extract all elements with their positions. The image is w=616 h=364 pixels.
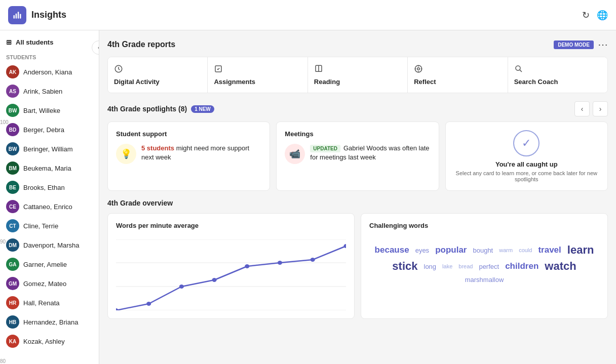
nav-tab-label: Reading (314, 78, 340, 86)
svg-line-9 (520, 70, 522, 72)
nav-tab-assignments[interactable]: Assignments (208, 57, 307, 93)
student-support-text: 5 students might need more support next … (141, 144, 261, 162)
sidebar-item-student[interactable]: KA Kozak, Ashley (0, 332, 99, 351)
topbar-actions: ↻ 🌐 (582, 10, 608, 21)
demo-mode-badge: DEMO MODE (554, 41, 594, 49)
svg-rect-2 (18, 12, 19, 18)
nav-tab-label: Digital Activity (114, 78, 160, 86)
sidebar-item-student[interactable]: BD Berger, Debra (0, 120, 99, 139)
more-options-button[interactable]: ⋯ (598, 38, 608, 51)
challenging-word[interactable]: children (505, 261, 538, 271)
meetings-card[interactable]: Meetings 📹 UPDATEDGabriel Woods was ofte… (276, 122, 439, 191)
meetings-body: 📹 UPDATEDGabriel Woods was often late fo… (285, 144, 430, 164)
spotlight-prev-button[interactable]: ‹ (574, 101, 590, 116)
nav-tab-label: Search Coach (514, 78, 558, 86)
caught-up-title: You're all caught up (495, 160, 558, 168)
app-logo (8, 6, 26, 24)
challenging-word[interactable]: perfect (479, 263, 499, 270)
topbar: Insights ↻ 🌐 (0, 0, 616, 30)
student-name: Garner, Amelie (23, 261, 67, 268)
challenging-word[interactable]: travel (538, 245, 561, 255)
wpm-card: Words per minute average 110 100 90 80 (107, 213, 355, 319)
reports-title: 4th Grade reports (107, 40, 175, 49)
student-name: Beringer, William (23, 145, 73, 153)
nav-tab-reflect[interactable]: Reflect (408, 57, 508, 93)
sidebar-item-student[interactable]: BW Bart, Willeke (0, 101, 99, 120)
main-content: 4th Grade reports DEMO MODE ⋯ Digital Ac… (99, 30, 616, 364)
search-coach-icon (514, 64, 523, 76)
word-cloud: becauseeyespopularboughtwarmcouldtravell… (369, 235, 599, 292)
student-name: Anderson, Kiana (23, 68, 72, 76)
challenging-word[interactable]: popular (435, 245, 467, 255)
meetings-text: UPDATEDGabriel Woods was often late for … (310, 144, 430, 162)
student-support-body: 💡 5 students might need more support nex… (116, 144, 261, 164)
wpm-title: Words per minute average (116, 222, 346, 229)
challenging-word[interactable]: learn (567, 244, 594, 257)
challenging-word[interactable]: warm (499, 247, 513, 253)
student-name: Brooks, Ethan (23, 184, 65, 191)
sidebar-item-student[interactable]: HR Hall, Renata (0, 293, 99, 312)
student-support-title: Student support (116, 130, 261, 138)
video-icon: 📹 (285, 144, 305, 164)
globe-icon[interactable]: 🌐 (597, 10, 608, 21)
svg-rect-0 (14, 15, 15, 19)
sidebar-item-student[interactable]: BW Beringer, William (0, 139, 99, 158)
nav-tab-search-coach[interactable]: Search Coach (508, 57, 607, 93)
svg-point-7 (417, 68, 420, 70)
nav-tab-digital-activity[interactable]: Digital Activity (108, 57, 208, 93)
student-name: Gomez, Mateo (23, 280, 66, 288)
all-students-item[interactable]: ⊞ All students (0, 34, 99, 50)
sidebar-item-student[interactable]: CT Cline, Terrie (0, 216, 99, 235)
svg-point-15 (146, 302, 151, 306)
svg-point-19 (278, 261, 282, 265)
sidebar-item-student[interactable]: AS Arink, Sabien (0, 82, 99, 101)
challenging-word[interactable]: lake (442, 263, 452, 269)
svg-point-17 (212, 278, 217, 282)
nav-tabs: Digital Activity Assignments Reading Ref… (107, 57, 608, 93)
student-name: Berger, Debra (23, 126, 64, 134)
sidebar-item-student[interactable]: HB Hernandez, Briana (0, 312, 99, 332)
challenging-word[interactable]: stick (392, 260, 417, 273)
reports-header-actions: DEMO MODE ⋯ (554, 38, 608, 51)
svg-point-16 (179, 285, 184, 289)
overview-cards: Words per minute average 110 100 90 80 (107, 213, 608, 319)
sidebar-item-student[interactable]: CE Cattaneo, Enrico (0, 197, 99, 216)
sidebar-item-student[interactable]: AK Anderson, Kiana (0, 62, 99, 82)
student-name: Cline, Terrie (23, 222, 58, 230)
reports-header: 4th Grade reports DEMO MODE ⋯ (107, 38, 608, 51)
updated-badge: UPDATED (310, 145, 340, 152)
student-name: Davenport, Marsha (23, 241, 80, 249)
sidebar-item-student[interactable]: BE Brooks, Ethan (0, 178, 99, 197)
student-name: Kozak, Ashley (23, 338, 65, 345)
sidebar: ‹ ⊞ All students Students AK Anderson, K… (0, 30, 99, 364)
reflect-icon (414, 64, 423, 76)
challenging-word[interactable]: could (519, 247, 532, 253)
spotlight-nav: ‹ › (574, 101, 608, 116)
insights-icon (12, 10, 22, 20)
spotlight-next-button[interactable]: › (593, 101, 608, 116)
student-support-card[interactable]: Student support 💡 5 students might need … (107, 122, 270, 191)
refresh-icon[interactable]: ↻ (582, 10, 590, 21)
meetings-title: Meetings (285, 130, 430, 138)
all-students-label: All students (16, 38, 53, 46)
challenging-word[interactable]: long (424, 263, 437, 270)
challenging-word[interactable]: bread (458, 263, 473, 269)
challenging-word[interactable]: marshmallow (465, 276, 504, 284)
svg-point-14 (116, 308, 119, 310)
svg-point-8 (516, 66, 520, 70)
sidebar-item-student[interactable]: GA Garner, Amelie (0, 255, 99, 274)
highlight-count: 5 students (141, 144, 174, 152)
sidebar-item-student[interactable]: DM Davenport, Marsha (0, 235, 99, 255)
reading-icon (314, 64, 323, 76)
nav-tab-reading[interactable]: Reading (308, 57, 408, 93)
challenging-word[interactable]: watch (545, 260, 576, 273)
sidebar-item-student[interactable]: BM Beukema, Maria (0, 158, 99, 178)
svg-rect-3 (20, 14, 21, 18)
lightbulb-icon: 💡 (116, 144, 136, 164)
challenging-word[interactable]: because (375, 245, 409, 255)
challenging-word[interactable]: bought (473, 247, 493, 254)
sidebar-item-student[interactable]: GM Gomez, Mateo (0, 274, 99, 293)
challenging-word[interactable]: eyes (415, 247, 429, 254)
spotlights-header: 4th Grade spotlights (8) 1 NEW ‹ › (107, 101, 608, 116)
student-name: Hall, Renata (23, 299, 60, 307)
